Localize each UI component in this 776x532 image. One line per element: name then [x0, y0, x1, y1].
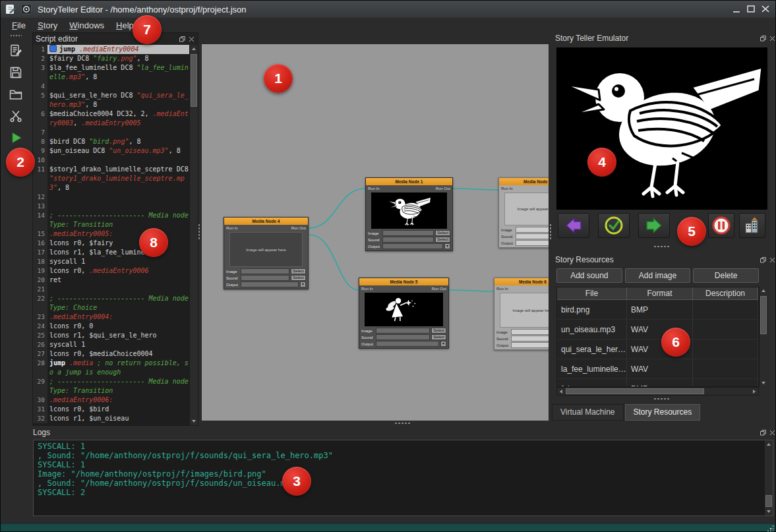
column-header-description[interactable]: Description [693, 287, 758, 300]
output-field[interactable] [241, 281, 299, 287]
sound-field[interactable] [382, 237, 434, 243]
menu-item-file[interactable]: File [6, 19, 32, 32]
node-canvas[interactable]: Media Node 4 Run In Run Out Image will a… [202, 44, 549, 421]
resources-table-hscrollbar[interactable] [556, 387, 759, 396]
code-line[interactable]: 31lcons r0, $bird [33, 405, 189, 414]
image-field[interactable] [516, 227, 549, 233]
toolbar-grip[interactable] [10, 34, 22, 38]
table-row[interactable]: fairy.pngBMP [557, 379, 758, 387]
menu-item-windows[interactable]: Windows [63, 19, 110, 32]
back-button[interactable] [558, 213, 589, 238]
node-title[interactable]: Media Node 6 [494, 278, 549, 285]
run-out-port[interactable]: Run Out [436, 187, 450, 191]
delete-button[interactable]: Delete [693, 268, 759, 283]
code-line[interactable]: 22; ---------------------- Media node Ty… [33, 294, 189, 312]
code-line[interactable]: 21 [33, 285, 189, 294]
select-image-button[interactable]: Select [291, 268, 306, 274]
code-line[interactable]: 32lcons r1, $un_oiseau [33, 414, 189, 423]
titlebar[interactable]: StoryTeller Editor - /home/anthony/ostpr… [1, 1, 775, 18]
code-line[interactable]: 9$un_oiseau DC8 "un_oiseau.mp3", 8 [33, 146, 189, 156]
minimize-button[interactable] [729, 3, 744, 16]
resources-table-scrollbar[interactable] [759, 287, 767, 387]
sound-field[interactable] [516, 233, 549, 239]
run-out-port[interactable]: Run Out [291, 226, 306, 231]
select-sound-button[interactable]: Select [431, 334, 446, 340]
code-line[interactable]: 10 [33, 156, 189, 165]
node-title[interactable]: Media Node 3 [499, 178, 549, 185]
output-menu-button[interactable]: ▾ [440, 341, 446, 347]
node-title[interactable]: Media Node 4 [224, 218, 308, 225]
float-panel-icon[interactable] [760, 429, 767, 436]
splitter-emulator[interactable] [653, 245, 671, 248]
code-line[interactable]: 19lcons r0, .mediaEntry0006 [33, 266, 189, 276]
next-button[interactable] [638, 213, 670, 238]
code-line[interactable]: 1jump .mediaEntry0004 [33, 45, 189, 54]
logs-panel[interactable]: SYSCALL: 1, Sound: "/home/anthony/ostpro… [33, 440, 773, 516]
code-line[interactable]: 28jump .media ; no return possible, so a… [33, 359, 189, 377]
tab-virtual-machine[interactable]: Virtual Machine [552, 404, 624, 421]
output-field[interactable] [516, 240, 549, 246]
select-sound-button[interactable]: Select [291, 275, 306, 281]
code-line[interactable]: 4 [33, 82, 189, 91]
image-field[interactable] [382, 230, 434, 236]
run-in-port[interactable]: Run In [361, 287, 373, 291]
code-line[interactable]: 3$la_fee_luminelle DC8 "la_fee_luminelle… [33, 63, 189, 82]
close-panel-icon[interactable] [769, 35, 776, 42]
code-line[interactable]: 18syscall 1 [33, 257, 189, 266]
column-header-file[interactable]: File [557, 287, 627, 300]
scrollbar-thumb[interactable] [765, 495, 772, 507]
run-in-port[interactable]: Run In [226, 226, 238, 231]
code-line[interactable]: 24lcons r0, 0 [33, 322, 189, 331]
media-node-1[interactable]: Media Node 1 Run In Run Out ImageSelect … [365, 177, 453, 251]
resources-table[interactable]: FileFormatDescription bird.pngBMPun_oise… [556, 287, 759, 387]
home-button[interactable] [739, 213, 765, 238]
run-in-port[interactable]: Run In [496, 287, 508, 291]
table-row[interactable]: un_oiseau.mp3WAV [557, 320, 758, 340]
confirm-button[interactable] [598, 213, 630, 238]
media-node-6[interactable]: Media Node 6 Run In Run Out Image will a… [494, 278, 549, 350]
output-field[interactable] [382, 243, 443, 249]
media-node-5[interactable]: Media Node 5 Run In Run Out ImageSelect … [359, 278, 449, 349]
close-panel-icon[interactable] [769, 429, 776, 436]
code-line[interactable]: 27lcons r0, $mediaChoice0004 [33, 349, 189, 359]
scrollbar-thumb[interactable] [566, 388, 704, 394]
add-sound-button[interactable]: Add sound [556, 268, 622, 283]
splitter-right[interactable] [549, 223, 552, 239]
media-node-3[interactable]: Media Node 3 Run In Run Out Image will a… [498, 177, 549, 248]
float-panel-icon[interactable] [179, 36, 186, 43]
code-line[interactable]: 8$bird DC8 "bird.png", 8 [33, 137, 189, 146]
node-title[interactable]: Media Node 5 [359, 278, 448, 285]
scrollbar-thumb[interactable] [191, 54, 197, 107]
code-line[interactable]: 11$story1_drako_luminelle_sceptre DC8 "s… [33, 165, 189, 192]
code-line[interactable]: 12 [33, 192, 189, 202]
code-line[interactable]: 5$qui_sera_le_hero DC8 "qui_sera_le_hero… [33, 91, 189, 109]
maximize-button[interactable] [744, 3, 758, 16]
logs-scrollbar[interactable] [764, 440, 773, 516]
float-panel-icon[interactable] [760, 256, 767, 264]
splitter-resources[interactable] [653, 398, 671, 400]
code-line[interactable]: 23.mediaEntry0004: [33, 312, 189, 322]
scroll-up-icon[interactable] [190, 45, 198, 53]
image-field[interactable] [376, 328, 430, 334]
output-field[interactable] [511, 342, 549, 348]
media-node-4[interactable]: Media Node 4 Run In Run Out Image will a… [224, 217, 309, 289]
code-line[interactable]: 6$mediaChoice0004 DC32, 2, .mediaEntry00… [33, 109, 189, 128]
code-line[interactable]: 29; ---------------------- Media node Ty… [33, 377, 189, 396]
run-in-port[interactable]: Run In [501, 187, 513, 191]
run-in-port[interactable]: Run In [368, 187, 380, 191]
select-image-button[interactable]: Select [431, 328, 446, 334]
code-line[interactable]: 20ret [33, 276, 189, 285]
float-panel-icon[interactable] [760, 35, 767, 42]
cut-button[interactable] [6, 107, 26, 125]
output-menu-button[interactable]: ▾ [300, 281, 306, 287]
code-line[interactable]: 26syscall 1 [33, 340, 189, 349]
sound-field[interactable] [376, 334, 430, 340]
new-script-button[interactable] [6, 42, 26, 60]
table-row[interactable]: la_fee_luminelle.mp3WAV [557, 359, 758, 379]
scrollbar-thumb[interactable] [760, 296, 767, 334]
close-panel-icon[interactable] [188, 36, 195, 43]
code-line[interactable]: 13 [33, 202, 189, 211]
close-panel-icon[interactable] [769, 256, 776, 264]
sound-field[interactable] [511, 336, 549, 341]
select-image-button[interactable]: Select [435, 230, 450, 236]
